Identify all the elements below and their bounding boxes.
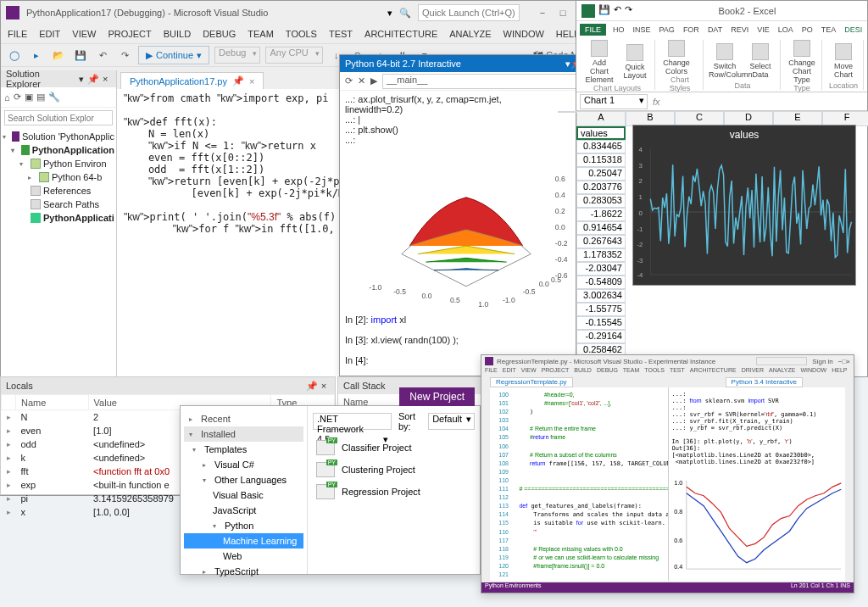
close-tab-icon[interactable]: × — [249, 76, 254, 86]
tree-refs[interactable]: References — [3, 184, 114, 198]
tab-insert[interactable]: INSE — [632, 25, 653, 34]
menu-team[interactable]: TEAM — [248, 29, 274, 39]
pin-icon[interactable]: 📌 — [232, 75, 244, 86]
run-icon[interactable]: ▶ — [370, 75, 377, 86]
tab-home[interactable]: HO — [611, 25, 626, 34]
search-icon[interactable]: 🔍 — [399, 8, 411, 19]
select-data-button[interactable]: Select Data — [744, 43, 776, 79]
cell[interactable]: -1.8622 — [576, 208, 626, 221]
ts-node[interactable]: ▸TypeScript — [184, 564, 303, 579]
cell[interactable]: -2.03047 — [576, 262, 626, 276]
fx-icon[interactable]: fx — [653, 97, 660, 107]
cell[interactable]: 0.115318 — [576, 153, 626, 167]
worksheet[interactable]: ABCDEFGH 1values20.83446530.11531840.250… — [576, 111, 867, 376]
menu-architecture[interactable]: ARCHITECTURE — [364, 29, 437, 39]
redo-icon[interactable]: ↷ — [625, 4, 632, 18]
solexp-search-input[interactable] — [4, 110, 113, 125]
recent-header[interactable]: ▸Recent — [184, 411, 303, 426]
formula-input[interactable] — [665, 95, 867, 109]
open-icon[interactable]: 📂 — [50, 47, 67, 64]
menu-item[interactable]: BUILD — [574, 367, 592, 377]
other-lang-node[interactable]: ▾Other Languages — [184, 472, 303, 487]
tab-review[interactable]: REVI — [729, 25, 750, 34]
menu-item[interactable]: HELP — [832, 367, 847, 377]
tree-search[interactable]: Search Paths — [3, 198, 114, 211]
framework-select[interactable]: .NET Framework 4.5 — [313, 413, 392, 430]
js-node[interactable]: JavaScript — [184, 503, 303, 518]
back-icon[interactable]: ◯ — [6, 47, 23, 64]
tab-page[interactable]: PAG — [658, 25, 676, 34]
cell[interactable]: 3.002634 — [576, 289, 626, 303]
move-chart-button[interactable]: Move Chart — [827, 43, 860, 79]
menu-tools[interactable]: TOOLS — [286, 29, 317, 39]
change-type-button[interactable]: Change Chart Type — [786, 40, 818, 84]
minimize-button[interactable]: − — [537, 8, 548, 18]
menu-edit[interactable]: EDIT — [39, 29, 60, 39]
python-node[interactable]: ▾Python — [184, 518, 303, 533]
tab-power[interactable]: PO — [800, 25, 815, 34]
tab-formulas[interactable]: FOR — [682, 25, 701, 34]
menu-build[interactable]: BUILD — [164, 29, 191, 39]
close-icon[interactable]: × — [99, 74, 111, 84]
tree-env-folder[interactable]: ▾Python Environ — [3, 157, 114, 170]
name-box[interactable]: Chart 1 — [580, 94, 648, 109]
tab-data[interactable]: DAT — [706, 25, 724, 34]
cell[interactable]: 1.178352 — [576, 248, 626, 262]
continue-button[interactable]: ▶ Continue ▾ — [138, 46, 209, 64]
menu-window[interactable]: WINDOW — [504, 29, 544, 39]
menu-item[interactable]: PROJECT — [542, 367, 570, 377]
signin-link[interactable]: Sign in — [812, 358, 832, 365]
platform-select[interactable]: Any CPU — [265, 47, 322, 64]
cell[interactable]: 0.267643 — [576, 235, 626, 248]
sort-select[interactable]: Default — [428, 413, 475, 430]
menu-debug[interactable]: DEBUG — [203, 29, 236, 39]
config-select[interactable]: Debug — [214, 47, 260, 64]
menu-item[interactable]: FILE — [485, 367, 498, 377]
cell[interactable]: 0.203776 — [576, 181, 626, 194]
show-all-icon[interactable]: ▤ — [36, 92, 45, 103]
undo-icon[interactable]: ↶ — [94, 47, 111, 64]
vb-node[interactable]: Visual Basic — [184, 487, 303, 503]
cell[interactable]: 0.283053 — [576, 194, 626, 208]
cell[interactable]: -0.15545 — [576, 316, 626, 330]
interactive-tab[interactable]: Python 3.4 Interactive — [726, 377, 803, 387]
menu-item[interactable]: WINDOW — [800, 367, 826, 377]
code-area[interactable]: 100 #header=0, 101 #names=['col1', 'col2… — [490, 387, 668, 581]
menu-item[interactable]: TEAM — [623, 367, 639, 377]
menu-item[interactable]: VIEW — [521, 367, 537, 377]
redo-icon[interactable]: ↷ — [116, 47, 133, 64]
change-colors-button[interactable]: Change Colors — [660, 40, 693, 75]
dropdown-icon[interactable]: ▾ — [75, 74, 87, 85]
close-icon[interactable]: × — [318, 381, 330, 391]
menu-item[interactable]: DRIVER — [742, 367, 764, 377]
menu-view[interactable]: VIEW — [72, 29, 96, 39]
home-icon[interactable]: ⌂ — [4, 92, 10, 103]
menu-item[interactable]: ARCHITECTURE — [690, 367, 737, 377]
reset-icon[interactable]: ⟳ — [345, 75, 353, 86]
module-select[interactable]: __main__ — [382, 74, 587, 89]
tree-project[interactable]: ▾PythonApplication — [3, 143, 114, 157]
interactive-output[interactable]: ...: ...: from sklearn.svm import SVR ..… — [669, 387, 846, 469]
tab-team[interactable]: TEA — [820, 25, 838, 34]
tab-view[interactable]: VIE — [755, 25, 771, 34]
editor-tab[interactable]: PythonApplication17.py 📌× — [120, 72, 264, 89]
maximize-button[interactable]: □ — [557, 8, 569, 18]
clear-icon[interactable]: ✕ — [358, 75, 365, 86]
tab-load[interactable]: LOA — [776, 25, 795, 34]
quick-layout-button[interactable]: Quick Layout — [619, 44, 651, 80]
tab-file[interactable]: FILE — [580, 24, 606, 36]
pin-icon[interactable]: 📌 — [306, 381, 318, 392]
cell[interactable]: values — [576, 126, 626, 140]
templates-node[interactable]: ▾Templates — [184, 442, 303, 457]
template-classifier[interactable]: Classifier Project — [313, 437, 475, 459]
interactive-output[interactable]: ...: ax.plot_trisurf(x, y, z, cmap=cm.je… — [340, 91, 593, 376]
template-regression[interactable]: Regression Project — [313, 481, 475, 503]
menu-item[interactable]: ANALYZE — [769, 367, 795, 377]
quick-launch-input[interactable] — [756, 357, 807, 365]
close-button[interactable]: × — [846, 358, 850, 365]
cell[interactable]: -0.29164 — [576, 330, 626, 343]
save-icon[interactable]: 💾 — [598, 4, 610, 18]
undo-icon[interactable]: ↶ — [614, 4, 621, 18]
refresh-icon[interactable]: ⟳ — [14, 92, 21, 103]
vc-node[interactable]: ▸Visual C# — [184, 457, 303, 472]
